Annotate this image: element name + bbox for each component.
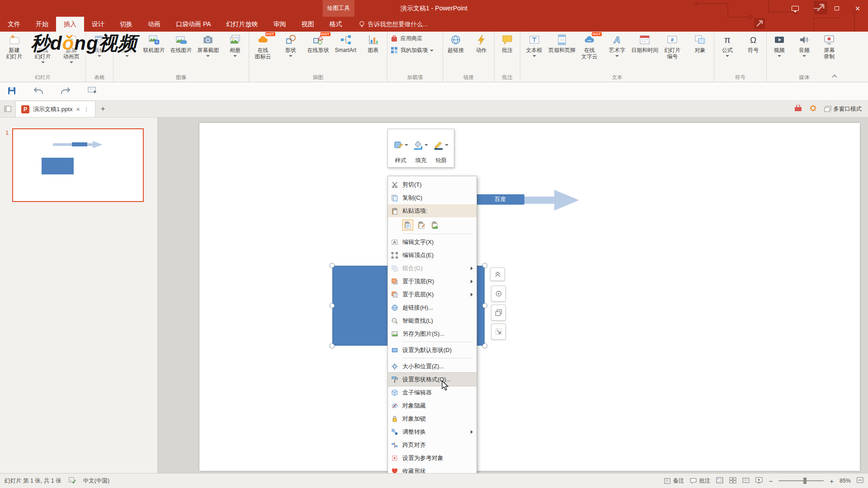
spell-check-icon[interactable] — [69, 477, 76, 485]
shape-callout[interactable]: 百度 — [476, 194, 524, 205]
tab-close-icon[interactable]: × — [76, 106, 80, 113]
date-time-button[interactable]: 日期和时间 — [631, 32, 659, 74]
tab-design[interactable]: 设计 — [84, 17, 112, 32]
photo-album-button[interactable]: 相册 — [222, 32, 249, 74]
tab-review[interactable]: 审阅 — [266, 17, 294, 32]
online-pictures-button[interactable]: 联机图片 — [141, 32, 168, 74]
slideshow-view-button[interactable] — [755, 477, 763, 485]
tab-transitions[interactable]: 切换 — [112, 17, 140, 32]
resize-handle-ne[interactable] — [482, 263, 487, 268]
collapse-ribbon-icon[interactable] — [832, 72, 837, 79]
menu-item-cross-page-align[interactable]: 跨页对齐 — [388, 438, 476, 451]
menu-item-adjust-transform[interactable]: 调整转换 — [388, 425, 476, 438]
smartart-button[interactable]: SmartArt — [332, 32, 359, 74]
menu-item-edit-points[interactable]: 编辑顶点(E) — [388, 249, 476, 262]
sidebar-toggle-icon[interactable] — [0, 101, 15, 117]
menu-item-lock-object[interactable]: 对象加锁 — [388, 412, 476, 425]
wordart-button[interactable]: A 艺术字 — [603, 32, 631, 74]
layers-button[interactable] — [491, 305, 506, 321]
rotate-target-button[interactable] — [491, 286, 506, 302]
menu-item-bring-to-front[interactable]: 置于顶层(R) — [388, 275, 476, 288]
redo-button[interactable] — [61, 87, 71, 96]
menu-item-box-editor[interactable]: 盒子编辑器 — [388, 386, 476, 399]
tab-file[interactable]: 文件 — [0, 17, 28, 32]
new-slide-button[interactable]: 新建 幻灯片 — [0, 32, 28, 74]
presentation-mode-button[interactable] — [88, 87, 98, 96]
resize-handle-se[interactable] — [482, 343, 487, 348]
tab-animations[interactable]: 动画 — [140, 17, 168, 32]
tab-view[interactable]: 视图 — [294, 17, 322, 32]
minimize-button[interactable] — [806, 0, 826, 17]
paste-as-picture-button[interactable] — [429, 220, 440, 230]
display-settings-icon[interactable] — [785, 0, 806, 17]
menu-item-size-position[interactable]: 大小和位置(Z)... — [388, 360, 476, 373]
equation-button[interactable]: π 公式 — [714, 32, 741, 74]
slide-canvas[interactable]: 百度 — [199, 123, 860, 471]
textbox-button[interactable]: 文本框 — [520, 32, 548, 74]
normal-view-button[interactable] — [716, 477, 723, 485]
close-button[interactable]: × — [847, 0, 868, 17]
settings-gear-icon[interactable] — [809, 104, 817, 113]
resize-handle-e[interactable] — [482, 303, 487, 308]
audio-button[interactable]: 音频 — [792, 32, 816, 74]
zoom-in-button[interactable]: + — [830, 477, 834, 485]
online-icon-cloud-button[interactable]: HOT 在线 图标云 — [249, 32, 277, 74]
tab-format[interactable]: 格式 — [322, 17, 350, 32]
menu-item-set-default-shape[interactable]: 设置为默认形状(D) — [388, 343, 476, 357]
menu-item-smart-lookup[interactable]: 智能查找(L) — [388, 314, 476, 327]
menu-item-cut[interactable]: 剪切(T) — [388, 178, 476, 191]
zoom-slider-thumb[interactable] — [803, 478, 807, 484]
menu-item-set-reference-object[interactable]: 设置为参考对象 — [388, 451, 476, 465]
toolbox-icon[interactable] — [794, 105, 802, 113]
zoom-slider[interactable] — [778, 480, 824, 481]
screenshot-button[interactable]: 屏幕截图 — [194, 32, 222, 74]
tab-insert[interactable]: 插入 — [56, 17, 84, 32]
tell-me-search[interactable]: 告诉我您想要做什么... — [359, 17, 428, 32]
app-store-button[interactable]: 应用商店 — [390, 34, 440, 42]
style-button[interactable] — [393, 140, 408, 150]
comment-button[interactable]: 批注 — [495, 32, 520, 74]
web-pictures-button[interactable]: 在线图片 — [168, 32, 195, 74]
zoom-out-button[interactable]: − — [769, 477, 773, 485]
video-button[interactable]: 视频 — [767, 32, 792, 74]
menu-item-send-to-back[interactable]: 置于底层(K) — [388, 288, 476, 301]
menu-item-hyperlink[interactable]: 超链接(H)... — [388, 301, 476, 314]
collapse-chevrons-button[interactable] — [490, 267, 505, 281]
menu-item-copy[interactable]: 复制(C) — [388, 191, 476, 204]
zoom-level-text[interactable]: 85% — [840, 478, 851, 484]
save-button[interactable] — [7, 86, 16, 97]
reading-view-button[interactable] — [742, 477, 750, 485]
menu-item-format-shape[interactable]: 设置形状格式(O)... — [388, 373, 476, 386]
object-button[interactable]: 对象 — [686, 32, 714, 74]
tab-slideshow[interactable]: 幻灯片放映 — [219, 17, 266, 32]
tab-more-icon[interactable]: ⋮ — [84, 106, 90, 113]
menu-item-hide-object[interactable]: 对象隐藏 — [388, 399, 476, 412]
menu-item-save-as-picture[interactable]: 另存为图片(S)... — [388, 327, 476, 340]
online-shapes-button[interactable]: HOT 在线形状 — [304, 32, 332, 74]
fill-button[interactable] — [413, 140, 428, 150]
paste-merge-format-button[interactable] — [416, 220, 427, 230]
hyperlink-button[interactable]: 超链接 — [443, 32, 469, 74]
outline-button[interactable] — [434, 140, 448, 150]
menu-item-edit-text[interactable]: 编辑文字(X) — [388, 235, 476, 249]
notes-button[interactable]: 备注 — [664, 477, 684, 485]
online-word-cloud-button[interactable]: HOT 在线 文字云 — [576, 32, 603, 74]
header-footer-button[interactable]: 页眉和页脚 — [548, 32, 576, 74]
symbol-button[interactable]: Ω 符号 — [741, 32, 767, 74]
chart-button[interactable]: 图表 — [359, 32, 387, 74]
resize-handle-w[interactable] — [330, 303, 335, 308]
menu-item-group[interactable]: 组合(G) — [388, 262, 476, 275]
slide-number-button[interactable]: # 幻灯片 编号 — [659, 32, 686, 74]
paste-keep-source-button[interactable] — [402, 220, 413, 230]
resize-handle-sw[interactable] — [330, 343, 335, 348]
action-button[interactable]: 动作 — [469, 32, 495, 74]
screen-recording-button[interactable]: 屏幕 录制 — [817, 32, 842, 74]
document-tab[interactable]: P 演示文稿1.pptx × ⋮ — [15, 101, 95, 117]
tab-pocket-animation[interactable]: 口袋动画 PA — [168, 17, 219, 32]
undo-button[interactable] — [33, 87, 43, 96]
slide-thumbnail[interactable] — [12, 128, 144, 202]
multi-window-mode-button[interactable]: 多窗口模式 — [824, 105, 862, 113]
comments-button[interactable]: 批注 — [690, 477, 710, 485]
slide-sorter-view-button[interactable] — [729, 477, 736, 485]
tab-home[interactable]: 开始 — [28, 17, 56, 32]
